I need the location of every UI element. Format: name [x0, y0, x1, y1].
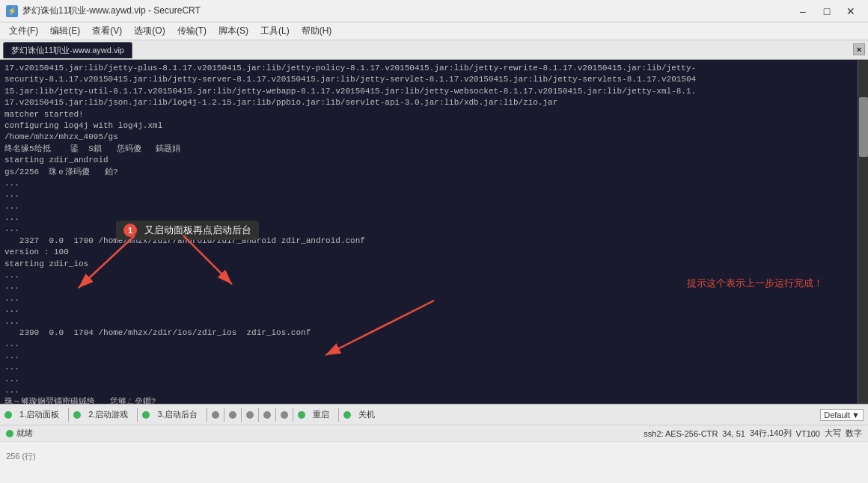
- session-btn-3[interactable]: 3.启动后台: [153, 407, 201, 422]
- separator-7: [275, 408, 276, 422]
- close-button[interactable]: ✕: [840, 4, 862, 19]
- terminal-scrollbar[interactable]: [858, 60, 868, 404]
- session1-indicator: [4, 411, 12, 419]
- menu-view[interactable]: 查看(V): [86, 24, 128, 39]
- dropdown-arrow-icon: ▼: [852, 410, 860, 419]
- menu-transfer[interactable]: 传输(T): [171, 24, 213, 39]
- menu-edit[interactable]: 编辑(E): [44, 24, 86, 39]
- status-position: 34, 51: [722, 429, 745, 438]
- terminal-area[interactable]: 17.v20150415.jar:lib/jetty-plus-8.1.17.v…: [0, 60, 858, 404]
- session-btn-shutdown[interactable]: 关机: [354, 407, 379, 422]
- status-ready: 就绪: [16, 428, 33, 439]
- status-bar: 就绪 ssh2: AES-256-CTR 34, 51 34行,140列 VT1…: [0, 425, 868, 441]
- terminal-content: 17.v20150415.jar:lib/jetty-plus-8.1.17.v…: [4, 63, 853, 404]
- separator-6: [258, 408, 259, 422]
- session-btn-restart[interactable]: 重启: [308, 407, 334, 422]
- tab-close-button[interactable]: ✕: [853, 43, 865, 55]
- session3-indicator: [142, 411, 150, 419]
- terminal-wrapper: 17.v20150415.jar:lib/jetty-plus-8.1.17.v…: [0, 60, 868, 404]
- status-indicator: [6, 430, 13, 437]
- session6-indicator: [246, 411, 254, 419]
- menu-options[interactable]: 选项(O): [128, 24, 171, 39]
- session10-indicator: [343, 411, 351, 419]
- session2-indicator: [73, 411, 81, 419]
- status-ssh: ssh2: AES-256-CTR: [644, 429, 718, 438]
- session5-indicator: [229, 411, 236, 419]
- separator-2: [137, 408, 138, 422]
- menu-script[interactable]: 脚本(S): [213, 24, 254, 39]
- menu-bar: 文件(F) 编辑(E) 查看(V) 选项(O) 传输(T) 脚本(S) 工具(L…: [0, 22, 868, 40]
- separator-9: [338, 408, 339, 422]
- minimize-button[interactable]: –: [792, 4, 814, 19]
- session-btn-2[interactable]: 2.启动游戏: [84, 407, 132, 422]
- status-right: ssh2: AES-256-CTR 34, 51 34行,140列 VT100 …: [644, 428, 862, 439]
- separator-4: [224, 408, 224, 422]
- status-lines: 34行,140列: [750, 428, 792, 439]
- menu-help[interactable]: 帮助(H): [296, 24, 338, 39]
- status-left: 就绪: [6, 428, 33, 439]
- session-bar: 1.启动面板 2.启动游戏 3.启动后台 重启 关机 Default ▼: [0, 404, 868, 425]
- session8-indicator: [281, 411, 288, 419]
- session7-indicator: [263, 411, 271, 419]
- session4-indicator: [212, 411, 219, 419]
- title-bar: ⚡ 梦幻诛仙11职业-www.aywd.vip - SecureCRT – □ …: [0, 0, 868, 22]
- maximize-button[interactable]: □: [816, 4, 838, 19]
- app-icon: ⚡: [6, 5, 18, 17]
- bottom-label: 256 (行): [6, 451, 36, 462]
- title-bar-left: ⚡ 梦幻诛仙11职业-www.aywd.vip - SecureCRT: [6, 4, 201, 17]
- status-caps: 大写: [825, 428, 841, 439]
- separator-8: [293, 408, 293, 422]
- separator-1: [68, 408, 69, 422]
- menu-tools[interactable]: 工具(L): [254, 24, 296, 39]
- tab-bar: 梦幻诛仙11职业-www.aywd.vip ✕: [0, 40, 868, 60]
- scrollbar-thumb[interactable]: [859, 97, 868, 157]
- separator-5: [241, 408, 242, 422]
- session-tab[interactable]: 梦幻诛仙11职业-www.aywd.vip: [3, 42, 132, 58]
- status-num: 数字: [846, 428, 862, 439]
- status-terminal: VT100: [796, 429, 820, 438]
- session-btn-1[interactable]: 1.启动面板: [15, 407, 64, 422]
- menu-file[interactable]: 文件(F): [3, 24, 44, 39]
- resize-area: 256 (行): [0, 441, 868, 471]
- separator-3: [207, 408, 207, 422]
- window-controls: – □ ✕: [792, 4, 862, 19]
- session-default-dropdown[interactable]: Default ▼: [820, 409, 864, 421]
- window-title: 梦幻诛仙11职业-www.aywd.vip - SecureCRT: [22, 4, 201, 17]
- session9-indicator: [298, 411, 305, 419]
